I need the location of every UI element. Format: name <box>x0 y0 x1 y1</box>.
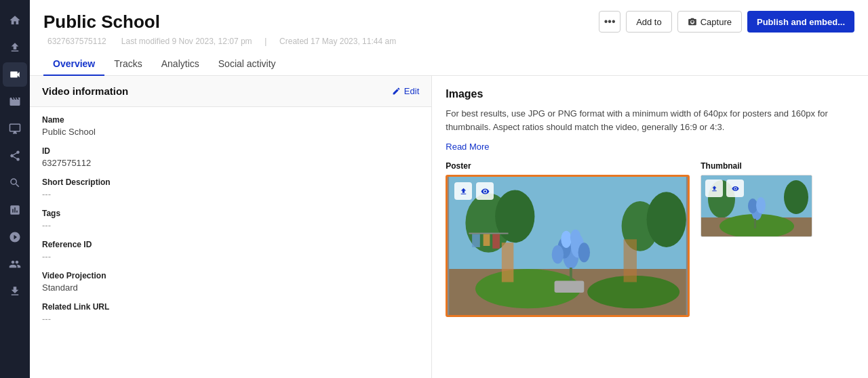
video-id: 6327637575112 <box>47 37 106 46</box>
field-name-value: Public School <box>42 127 419 137</box>
capture-label: Capture <box>701 17 732 27</box>
field-id-label: ID <box>42 146 419 156</box>
content-area: Video information Edit Name Public Schoo… <box>30 76 868 378</box>
sidebar <box>0 0 30 378</box>
read-more-link[interactable]: Read More <box>446 142 489 152</box>
poster-preview-button[interactable] <box>476 182 494 200</box>
monitor-icon[interactable] <box>3 117 27 141</box>
edit-label: Edit <box>404 86 419 96</box>
svg-point-2 <box>495 190 534 243</box>
field-id-value: 6327575112 <box>42 158 419 168</box>
field-tags-label: Tags <box>42 209 419 218</box>
panel-header: Video information Edit <box>30 76 431 107</box>
upload-icon[interactable] <box>3 35 27 60</box>
film-icon[interactable] <box>3 89 27 114</box>
thumbnail-card: Thumbnail <box>701 161 812 237</box>
pencil-icon <box>392 87 401 96</box>
home-icon[interactable] <box>3 8 27 33</box>
svg-point-30 <box>756 197 766 213</box>
images-title: Images <box>446 88 854 100</box>
poster-label: Poster <box>446 161 690 171</box>
meta-separator: | <box>264 37 267 46</box>
svg-rect-20 <box>472 234 480 247</box>
field-name-label: Name <box>42 115 419 125</box>
poster-frame <box>446 175 690 317</box>
download-icon[interactable] <box>3 279 27 303</box>
svg-rect-19 <box>469 233 509 234</box>
tab-overview[interactable]: Overview <box>43 53 104 76</box>
share-icon[interactable] <box>3 144 27 168</box>
search-icon[interactable] <box>3 171 27 195</box>
meta-row: 6327637575112 Last modified 9 Nov 2023, … <box>43 37 854 46</box>
field-link-url-label: Related Link URL <box>42 302 419 312</box>
created-date: Created 17 May 2023, 11:44 am <box>279 37 396 46</box>
camera-icon <box>688 17 697 26</box>
tabs: Overview Tracks Analytics Social activit… <box>43 53 854 75</box>
field-projection-label: Video Projection <box>42 271 419 280</box>
edit-button[interactable]: Edit <box>392 86 419 96</box>
thumbnail-frame <box>701 175 812 237</box>
header: Public School ••• Add to Capture Publish… <box>30 0 868 76</box>
field-link-url-value: --- <box>42 314 419 324</box>
svg-point-14 <box>561 231 572 248</box>
images-row: Poster <box>446 161 854 317</box>
more-options-button[interactable]: ••• <box>599 11 620 33</box>
thumbnail-upload-button[interactable] <box>705 180 723 197</box>
svg-point-12 <box>578 243 590 262</box>
field-tags-value: --- <box>42 220 419 230</box>
panel-title: Video information <box>42 85 128 97</box>
poster-overlay-actions <box>454 182 494 200</box>
users-icon[interactable] <box>3 252 27 276</box>
svg-rect-31 <box>754 219 756 228</box>
last-modified: Last modified 9 Nov 2023, 12:07 pm <box>121 37 252 46</box>
main-content: Public School ••• Add to Capture Publish… <box>30 0 868 378</box>
upload-icon <box>459 187 468 196</box>
field-ref-id-label: Reference ID <box>42 240 419 249</box>
svg-point-29 <box>748 198 757 213</box>
svg-rect-22 <box>493 234 500 249</box>
upload-small-icon <box>711 185 718 192</box>
field-projection-value: Standard <box>42 282 419 293</box>
page-title: Public School <box>43 12 160 33</box>
header-actions: ••• Add to Capture Publish and embed... <box>599 11 854 33</box>
images-panel: Images For best results, use JPG or PNG … <box>432 76 868 378</box>
tab-tracks[interactable]: Tracks <box>104 53 151 76</box>
svg-point-4 <box>647 192 686 247</box>
svg-rect-21 <box>484 234 490 246</box>
svg-point-15 <box>570 230 581 245</box>
video-info-panel: Video information Edit Name Public Schoo… <box>30 76 432 378</box>
tab-analytics[interactable]: Analytics <box>152 53 209 76</box>
thumbnail-overlay-actions <box>705 180 744 197</box>
images-description: For best results, use JPG or PNG format … <box>446 107 854 133</box>
svg-rect-16 <box>555 280 585 292</box>
analytics-icon[interactable] <box>3 198 27 222</box>
field-short-desc-label: Short Description <box>42 177 419 187</box>
publish-embed-button[interactable]: Publish and embed... <box>747 11 854 33</box>
thumbnail-preview-button[interactable] <box>726 180 744 197</box>
eye-icon <box>481 187 490 196</box>
thumbnail-label: Thumbnail <box>701 161 812 171</box>
svg-rect-17 <box>502 243 513 282</box>
field-short-desc-value: --- <box>42 189 419 199</box>
field-ref-id-value: --- <box>42 251 419 261</box>
tab-social-activity[interactable]: Social activity <box>209 53 285 76</box>
poster-card: Poster <box>446 161 690 317</box>
svg-point-11 <box>552 245 564 264</box>
play-circle-icon[interactable] <box>3 225 27 249</box>
svg-point-25 <box>784 180 808 214</box>
poster-upload-button[interactable] <box>454 182 472 200</box>
capture-button[interactable]: Capture <box>677 11 742 33</box>
svg-rect-18 <box>624 239 637 282</box>
field-group: Name Public School ID 6327575112 Short D… <box>30 107 431 324</box>
add-to-button[interactable]: Add to <box>626 11 672 33</box>
eye-small-icon <box>732 185 739 192</box>
video-icon[interactable] <box>3 62 27 87</box>
